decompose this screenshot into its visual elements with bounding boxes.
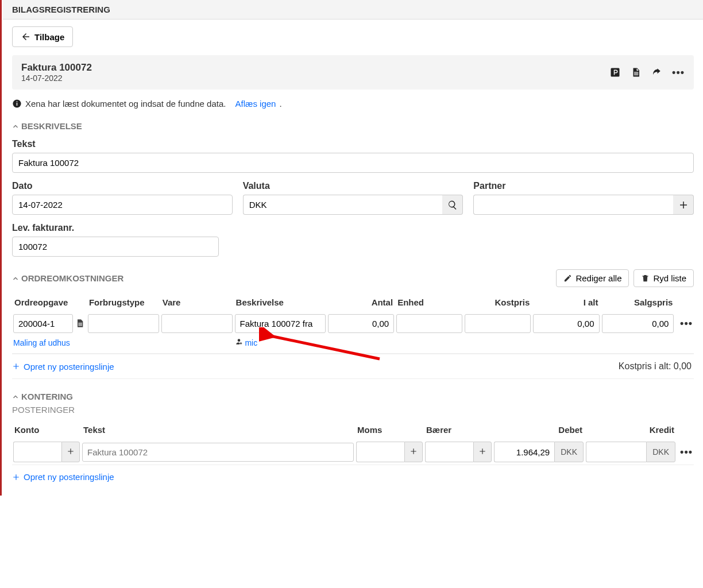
reload-link[interactable]: Aflæs igen (235, 99, 276, 109)
section-kontering[interactable]: KONTERING (12, 392, 694, 401)
col-moms: Moms (355, 420, 424, 439)
user-icon (235, 338, 245, 347)
kredit-input[interactable] (586, 442, 646, 462)
tekst-input[interactable] (82, 443, 354, 462)
debet-currency: DKK (554, 442, 584, 462)
col-ialt: I alt (532, 293, 600, 312)
edit-all-button[interactable]: Rediger alle (556, 269, 629, 287)
col-antal: Antal (327, 293, 395, 312)
ordreopgave-input[interactable] (13, 314, 73, 333)
section-ordre[interactable]: ORDREOMKOSTNINGER (12, 273, 123, 283)
project-link[interactable]: Maling af udhus (13, 338, 70, 347)
parking-icon[interactable] (610, 67, 620, 78)
vare-input[interactable] (161, 314, 233, 333)
baerer-add[interactable] (473, 442, 492, 462)
col-salgspris: Salgspris (601, 293, 675, 312)
info-row: Xena har læst dokumentet og indsat de fu… (12, 99, 694, 109)
kontering-table: Konto Tekst Moms Bærer Debet Kredit (12, 420, 694, 465)
more-icon[interactable]: ••• (672, 67, 685, 79)
plus-icon (410, 447, 418, 457)
chevron-up-icon (12, 275, 19, 282)
edit-icon (563, 274, 572, 283)
antal-input[interactable] (328, 314, 394, 333)
posteringer-label: POSTERINGER (12, 405, 694, 415)
lev-label: Lev. fakturanr. (12, 223, 219, 233)
info-icon (12, 99, 22, 109)
page-title: BILAGSREGISTRERING (3, 0, 703, 20)
partner-add[interactable] (673, 195, 694, 215)
ialt-input[interactable] (533, 314, 599, 333)
add-posting-line[interactable]: Opret ny posteringslinje (12, 355, 114, 378)
card-date: 14-07-2022 (21, 74, 92, 83)
chevron-up-icon (12, 393, 19, 400)
col-enhed: Enhed (395, 293, 463, 312)
arrow-left-icon (21, 32, 31, 42)
user-link[interactable]: mic (245, 338, 257, 347)
document-card: Faktura 100072 14-07-2022 ••• (12, 55, 694, 90)
dato-input[interactable] (12, 195, 233, 215)
moms-input[interactable] (356, 442, 404, 462)
valuta-label: Valuta (243, 181, 463, 191)
konto-add[interactable] (61, 442, 80, 462)
valuta-input[interactable] (243, 195, 443, 215)
clear-list-button[interactable]: Ryd liste (634, 269, 694, 287)
chevron-up-icon (12, 123, 19, 130)
debet-input[interactable] (494, 442, 554, 462)
forbrugstype-input[interactable] (88, 314, 159, 333)
search-icon (447, 200, 458, 210)
partner-label: Partner (473, 181, 694, 191)
dato-label: Dato (12, 181, 233, 191)
add-kontering-line[interactable]: Opret ny posteringslinje (12, 465, 694, 489)
col-beskrivelse: Beskrivelse (234, 293, 327, 312)
plus-icon (67, 447, 75, 457)
section-beskrivelse[interactable]: BESKRIVELSE (12, 121, 694, 131)
back-label: Tilbage (34, 32, 64, 42)
col-debet: Debet (493, 420, 585, 439)
plus-icon (478, 447, 486, 457)
row-more-icon[interactable]: ••• (680, 446, 693, 458)
tekst-label: Tekst (12, 139, 694, 149)
valuta-search[interactable] (442, 195, 463, 215)
salgspris-input[interactable] (602, 314, 674, 333)
table-row: ••• (12, 312, 694, 335)
col-baerer: Bærer (424, 420, 493, 439)
info-text: Xena har læst dokumentet og indsat de fu… (25, 99, 226, 109)
share-icon[interactable] (651, 67, 662, 78)
col-kredit: Kredit (585, 420, 677, 439)
ordre-table: Ordreopgave Forbrugstype Vare Beskrivels… (12, 293, 694, 354)
konto-input[interactable] (13, 442, 61, 462)
col-kostpris: Kostpris (463, 293, 532, 312)
row-more-icon[interactable]: ••• (680, 318, 693, 329)
col-tekst: Tekst (81, 420, 355, 439)
table-row: DKK DKK ••• (12, 439, 694, 465)
col-ordreopgave: Ordreopgave (12, 293, 87, 312)
col-forbrugstype: Forbrugstype (87, 293, 160, 312)
card-title: Faktura 100072 (21, 62, 92, 74)
back-button[interactable]: Tilbage (12, 26, 73, 47)
document-icon[interactable] (631, 67, 641, 78)
lev-input[interactable] (12, 237, 219, 257)
plus-icon (678, 200, 689, 210)
partner-input[interactable] (473, 195, 673, 215)
col-vare: Vare (160, 293, 234, 312)
plus-icon (12, 473, 20, 481)
baerer-input[interactable] (425, 442, 473, 462)
moms-add[interactable] (404, 442, 423, 462)
enhed-input[interactable] (396, 314, 462, 333)
total-cost: Kostpris i alt: 0,00 (616, 354, 694, 378)
plus-icon (12, 362, 20, 370)
kostpris-input[interactable] (465, 314, 531, 333)
kredit-currency: DKK (646, 442, 675, 462)
beskrivelse-input[interactable] (235, 314, 326, 333)
col-konto: Konto (12, 420, 81, 439)
tekst-input[interactable] (12, 153, 694, 173)
doc-icon[interactable] (75, 319, 86, 329)
trash-icon (641, 274, 650, 283)
